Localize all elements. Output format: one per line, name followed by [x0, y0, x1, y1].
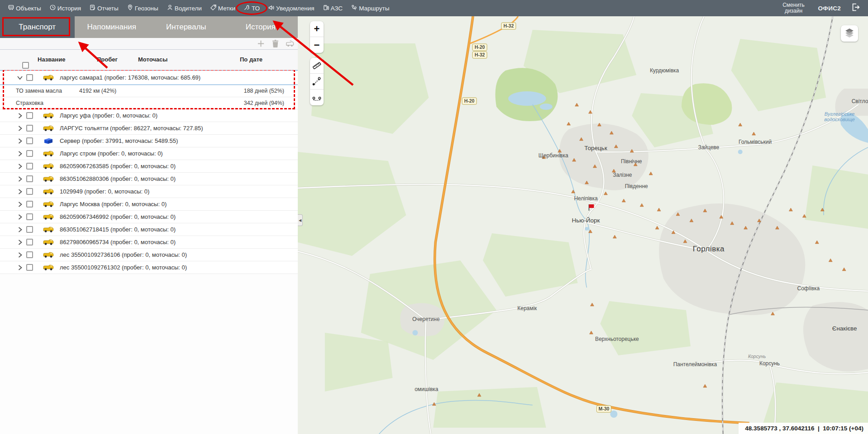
vehicle-van-icon [43, 226, 54, 233]
poi-triangle-marker [752, 132, 756, 135]
tab-reminders[interactable]: Напоминания [75, 16, 149, 38]
poi-triangle-marker [432, 402, 436, 406]
vehicle-row[interactable]: 863051062718415 (пробег: 0, моточасы: 0) [0, 223, 298, 236]
row-checkbox[interactable] [26, 112, 33, 119]
vehicle-row[interactable]: Ларгус стром (пробег: 0, моточасы: 0) [0, 147, 298, 160]
poi-triangle-marker [690, 219, 693, 222]
col-name[interactable]: Название [38, 56, 65, 63]
chevron-right-icon[interactable] [17, 113, 23, 119]
vehicle-row[interactable]: Ларгус Москва (пробег: 0, моточасы: 0) [0, 198, 298, 211]
chevron-right-icon[interactable] [17, 201, 23, 208]
poi-triangle-marker [820, 208, 824, 211]
menu-item-objects[interactable]: Объекты [4, 0, 45, 16]
route-tool-button[interactable] [310, 74, 324, 90]
row-checkbox[interactable] [26, 213, 33, 220]
delete-button[interactable] [271, 39, 280, 48]
vehicle-name: 863051062880306 (пробег: 0, моточасы: 0) [60, 175, 176, 182]
add-service-button[interactable] [257, 39, 265, 48]
menu-item-history[interactable]: История [45, 0, 85, 16]
poi-triangle-marker [672, 231, 675, 234]
zoom-out-button[interactable]: − [310, 37, 324, 53]
tags-icon [210, 4, 217, 12]
col-mileage[interactable]: Пробег [97, 56, 118, 63]
poi-triangle-marker [593, 165, 596, 168]
account-name[interactable]: ОФИС2 [818, 5, 841, 12]
poi-triangle-marker [739, 123, 742, 126]
row-checkbox[interactable] [26, 175, 33, 182]
service-vehicle-icon[interactable] [286, 39, 294, 48]
row-checkbox[interactable] [26, 125, 33, 132]
menu-item-fuel[interactable]: АЗС [319, 0, 347, 16]
chevron-right-icon[interactable] [17, 125, 23, 132]
vehicle-name: Ларгус стром (пробег: 0, моточасы: 0) [60, 150, 163, 157]
service-row[interactable]: ТО замена масла 4192 км (42%) 188 дней (… [0, 85, 298, 97]
tab-intervals[interactable]: Интервалы [149, 16, 224, 38]
table-header: Название Пробег Моточасы По дате [0, 50, 298, 70]
chevron-right-icon[interactable] [17, 264, 23, 271]
chevron-right-icon[interactable] [17, 226, 23, 233]
menu-item-reports[interactable]: Отчеты [85, 0, 123, 16]
change-design-button[interactable]: Сменить дизайн [779, 2, 808, 14]
vehicle-row[interactable]: 862059067263585 (пробег: 0, моточасы: 0) [0, 160, 298, 173]
vehicle-row[interactable]: ЛАРГУС тольятти (пробег: 86227, моточасы… [0, 122, 298, 135]
vehicle-row[interactable]: Ларгус уфа (пробег: 0, моточасы: 0) [0, 109, 298, 122]
row-checkbox[interactable] [26, 137, 33, 144]
map-place-label: омишівка [415, 386, 439, 392]
row-checkbox[interactable] [26, 163, 33, 170]
menu-item-notifications[interactable]: Уведомления [264, 0, 318, 16]
poi-triangle-marker [703, 384, 707, 387]
panel-collapse-handle[interactable]: ◀ [298, 214, 303, 226]
map[interactable]: КурдюмівкаСвітлоЗайцевеГольмівськийТорец… [298, 16, 868, 434]
menu-item-routes[interactable]: Маршруты [347, 0, 393, 16]
vehicle-row[interactable]: лес 355001092761302 (пробег: 0, моточасы… [0, 261, 298, 274]
red-flag-marker[interactable] [589, 204, 594, 211]
chevron-right-icon[interactable] [17, 151, 23, 157]
col-hours[interactable]: Моточасы [138, 56, 167, 63]
chevron-right-icon[interactable] [17, 176, 23, 182]
vehicle-row[interactable]: лес 355001092736106 (пробег: 0, моточасы… [0, 249, 298, 261]
vehicle-row[interactable]: 863051062880306 (пробег: 0, моточасы: 0) [0, 173, 298, 185]
map-place-label: Курдюмівка [650, 67, 679, 74]
map-place-label: Нью-Йорк [572, 217, 600, 224]
chevron-right-icon[interactable] [17, 138, 23, 144]
menu-item-geofences[interactable]: Геозоны [123, 0, 162, 16]
ruler-tool-button[interactable] [310, 58, 324, 74]
tab-transport[interactable]: Транспорт [0, 16, 75, 38]
row-checkbox[interactable] [26, 264, 33, 271]
layers-button[interactable] [841, 25, 858, 42]
distance-pins-tool-button[interactable] [310, 90, 324, 105]
chevron-right-icon[interactable] [17, 163, 23, 170]
row-checkbox[interactable] [26, 188, 33, 195]
map-place-label: Софіївка [797, 285, 820, 292]
tab-history[interactable]: История [224, 16, 298, 38]
col-by-date[interactable]: По дате [240, 56, 262, 63]
main-menu: ОбъектыИсторияОтчетыГеозоныВодителиМетки… [0, 0, 393, 16]
chevron-right-icon[interactable] [17, 239, 23, 245]
poi-triangle-marker [585, 181, 588, 184]
row-checkbox[interactable] [26, 239, 33, 245]
menu-item-maintenance[interactable]: ТО [239, 0, 264, 16]
chevron-right-icon[interactable] [17, 252, 23, 258]
vehicle-row[interactable]: 862798060965734 (пробег: 0, моточасы: 0) [0, 236, 298, 249]
vehicle-van-icon [43, 112, 54, 119]
poi-triangle-marker [730, 222, 734, 225]
chevron-right-icon[interactable] [17, 189, 23, 195]
menu-item-tags[interactable]: Метки [206, 0, 239, 16]
vehicle-row-selected[interactable]: ларгус самара1 (пробег: 176308, моточасы… [0, 70, 298, 85]
zoom-in-button[interactable]: + [310, 21, 324, 37]
vehicle-row[interactable]: 862059067346992 (пробег: 0, моточасы: 0) [0, 211, 298, 223]
row-checkbox[interactable] [26, 74, 33, 81]
vehicle-name: лес 355001092761302 (пробег: 0, моточасы… [60, 264, 187, 271]
row-checkbox[interactable] [26, 150, 33, 157]
service-row[interactable]: Страховка 342 дней (94%) [0, 97, 298, 109]
chevron-down-icon[interactable] [17, 75, 23, 81]
logout-button[interactable] [851, 2, 861, 14]
menu-item-drivers[interactable]: Водители [162, 0, 206, 16]
vehicle-row[interactable]: 1029949 (пробег: 0, моточасы: 0) [0, 185, 298, 198]
vehicle-row[interactable]: Сервер (пробег: 37991, моточасы: 5489.55… [0, 135, 298, 147]
row-checkbox[interactable] [26, 226, 33, 233]
row-checkbox[interactable] [26, 251, 33, 258]
poi-triangle-marker [657, 208, 661, 211]
chevron-right-icon[interactable] [17, 214, 23, 220]
row-checkbox[interactable] [26, 201, 33, 208]
